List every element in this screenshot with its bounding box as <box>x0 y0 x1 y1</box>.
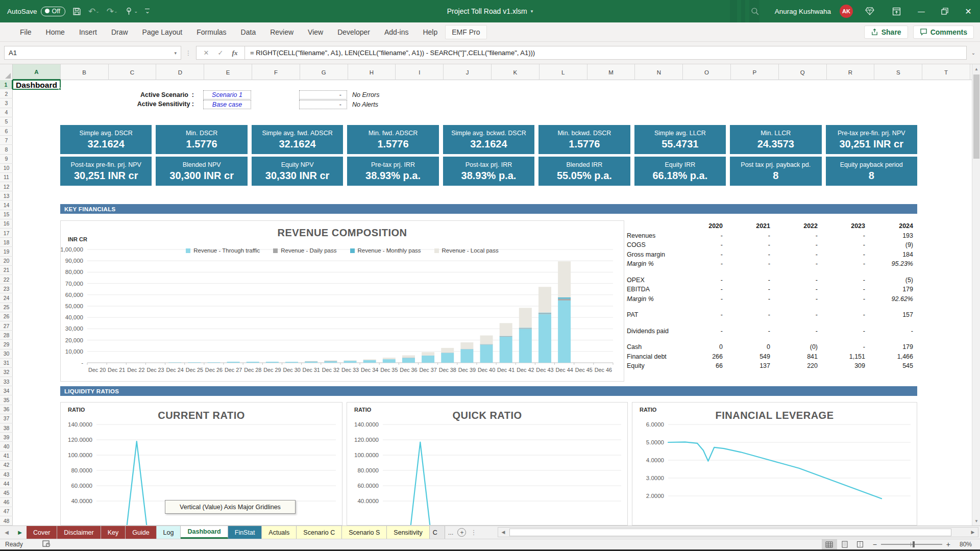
column-header-B[interactable]: B <box>61 64 109 80</box>
row-header-12[interactable]: 12 <box>0 182 13 191</box>
ribbon-tab-insert[interactable]: Insert <box>72 24 104 40</box>
sheet-tab-finstat[interactable]: FinStat <box>228 526 262 539</box>
sheet-tab-disclaimer[interactable]: Disclaimer <box>57 526 101 539</box>
macro-record-icon[interactable] <box>42 540 51 549</box>
row-header-27[interactable]: 27 <box>0 321 13 331</box>
select-all-corner[interactable] <box>0 64 13 80</box>
account-name[interactable]: Anurag Kushwaha <box>770 0 836 22</box>
ribbon-tab-emf-pro[interactable]: EMF Pro <box>445 25 486 39</box>
ribbon-tab-help[interactable]: Help <box>416 24 444 40</box>
row-header-24[interactable]: 24 <box>0 293 13 303</box>
row-header-26[interactable]: 26 <box>0 312 13 321</box>
close-button[interactable]: ✕ <box>957 0 980 22</box>
column-header-G[interactable]: G <box>300 64 348 80</box>
column-header-K[interactable]: K <box>492 64 540 80</box>
sheet-tab-guide[interactable]: Guide <box>126 526 156 539</box>
row-header-47[interactable]: 47 <box>0 507 13 516</box>
row-header-21[interactable]: 21 <box>0 266 13 275</box>
zoom-in-icon[interactable]: + <box>946 540 950 548</box>
formula-bar-expand-icon[interactable]: ⌄ <box>967 50 980 56</box>
column-header-S[interactable]: S <box>874 64 922 80</box>
column-header-R[interactable]: R <box>827 64 875 80</box>
row-header-4[interactable]: 4 <box>0 108 13 117</box>
column-header-M[interactable]: M <box>587 64 635 80</box>
row-header-19[interactable]: 19 <box>0 247 13 256</box>
zoom-slider-thumb[interactable] <box>913 541 915 547</box>
active-sensitivity-value[interactable]: Base case <box>203 100 251 109</box>
scroll-right-icon[interactable]: ▶ <box>968 528 978 537</box>
share-button[interactable]: Share <box>864 26 908 39</box>
row-header-11[interactable]: 11 <box>0 173 13 182</box>
column-header-L[interactable]: L <box>540 64 587 80</box>
column-header-F[interactable]: F <box>252 64 300 80</box>
touch-mouse-mode-icon[interactable]: ⌄ <box>125 7 138 16</box>
scroll-down-icon[interactable]: ▼ <box>972 516 980 525</box>
sheet-tab-c[interactable]: C <box>430 526 445 539</box>
restore-button[interactable] <box>933 0 957 22</box>
row-header-29[interactable]: 29 <box>0 340 13 349</box>
row-header-10[interactable]: 10 <box>0 164 13 173</box>
ribbon-display-options-icon[interactable] <box>883 0 910 22</box>
ribbon-tab-review[interactable]: Review <box>263 24 300 40</box>
ribbon-tab-draw[interactable]: Draw <box>105 24 135 40</box>
column-header-T[interactable]: T <box>922 64 970 80</box>
enter-formula-icon[interactable]: ✓ <box>214 49 227 57</box>
minimize-button[interactable]: — <box>910 0 933 22</box>
avatar[interactable]: AK <box>836 0 856 22</box>
row-header-7[interactable]: 7 <box>0 136 13 145</box>
page-layout-view-icon[interactable] <box>837 539 852 550</box>
ribbon-tab-formulas[interactable]: Formulas <box>190 24 233 40</box>
tab-scroll-right-icon[interactable]: ▶ <box>13 526 27 539</box>
column-header-O[interactable]: O <box>683 64 731 80</box>
row-header-1[interactable]: 1 <box>0 80 13 89</box>
sheet-tab-scenario-s[interactable]: Scenario S <box>342 526 387 539</box>
financial-leverage-chart[interactable]: FINANCIAL LEVERAGERATIO6.00005.00004.000… <box>632 402 917 525</box>
customize-quick-access-icon[interactable]: ⌄ <box>145 9 150 14</box>
ribbon-tab-add-ins[interactable]: Add-ins <box>378 24 415 40</box>
row-header-38[interactable]: 38 <box>0 423 13 433</box>
row-header-8[interactable]: 8 <box>0 145 13 154</box>
row-header-3[interactable]: 3 <box>0 98 13 108</box>
row-header-37[interactable]: 37 <box>0 414 13 423</box>
sheet-tab-scenario-c[interactable]: Scenario C <box>297 526 342 539</box>
row-header-39[interactable]: 39 <box>0 433 13 442</box>
ribbon-tab-file[interactable]: File <box>13 24 38 40</box>
ribbon-tab-data[interactable]: Data <box>234 24 263 40</box>
column-header-N[interactable]: N <box>635 64 683 80</box>
row-header-5[interactable]: 5 <box>0 117 13 127</box>
sheet-tab-cover[interactable]: Cover <box>27 526 57 539</box>
column-header-J[interactable]: J <box>444 64 492 80</box>
row-header-35[interactable]: 35 <box>0 395 13 405</box>
row-header-13[interactable]: 13 <box>0 191 13 201</box>
ribbon-tab-developer[interactable]: Developer <box>331 24 377 40</box>
column-header-Q[interactable]: Q <box>779 64 827 80</box>
row-header-45[interactable]: 45 <box>0 488 13 497</box>
column-header-H[interactable]: H <box>348 64 396 80</box>
row-header-28[interactable]: 28 <box>0 331 13 340</box>
row-header-16[interactable]: 16 <box>0 219 13 229</box>
row-header-14[interactable]: 14 <box>0 201 13 210</box>
row-header-46[interactable]: 46 <box>0 498 13 507</box>
row-header-17[interactable]: 17 <box>0 229 13 238</box>
column-header-P[interactable]: P <box>731 64 779 80</box>
row-header-23[interactable]: 23 <box>0 284 13 293</box>
row-header-33[interactable]: 33 <box>0 377 13 386</box>
row-header-18[interactable]: 18 <box>0 238 13 247</box>
revenue-composition-chart[interactable]: REVENUE COMPOSITION INR CR Revenue - Thr… <box>60 220 624 382</box>
row-header-41[interactable]: 41 <box>0 452 13 461</box>
sheet-tab-key[interactable]: Key <box>101 526 126 539</box>
column-header-E[interactable]: E <box>204 64 252 80</box>
sheet-tab-sensitivity[interactable]: Sensitivity <box>387 526 429 539</box>
horizontal-scroll-thumb[interactable] <box>509 529 951 536</box>
row-header-32[interactable]: 32 <box>0 368 13 377</box>
column-header-C[interactable]: C <box>109 64 157 80</box>
active-scenario-value[interactable]: Scenario 1 <box>203 90 251 99</box>
normal-view-icon[interactable] <box>822 539 837 550</box>
ribbon-tab-home[interactable]: Home <box>39 24 71 40</box>
page-break-view-icon[interactable] <box>852 539 868 550</box>
quick-ratio-chart[interactable]: QUICK RATIORATIO140.0000120.0000100.0000… <box>347 402 628 525</box>
formula-input[interactable]: = RIGHT(CELL("filename", A1), LEN(CELL("… <box>245 46 967 60</box>
comments-button[interactable]: Comments <box>913 26 974 39</box>
ribbon-tab-view[interactable]: View <box>301 24 330 40</box>
ribbon-tab-page-layout[interactable]: Page Layout <box>136 24 189 40</box>
